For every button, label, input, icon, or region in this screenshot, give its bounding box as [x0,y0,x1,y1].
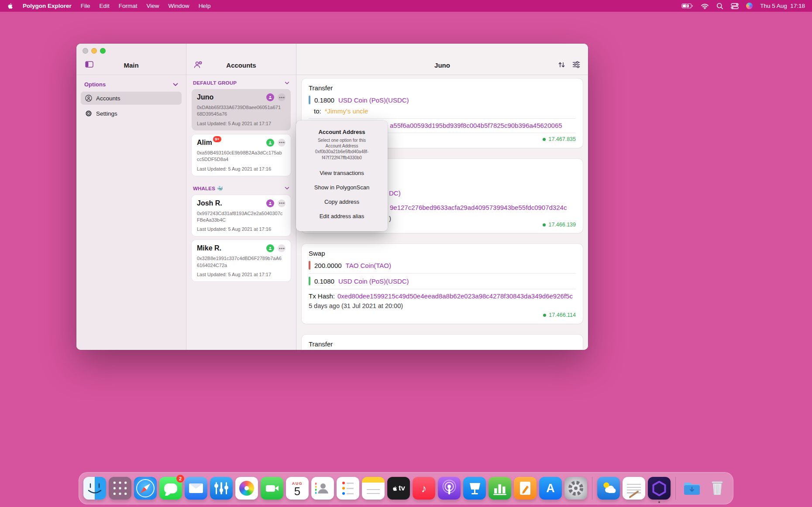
account-card-josh[interactable]: Josh R. 0x997243Cd31af8193AC2e2a5040307c… [192,195,291,236]
zoom-button[interactable] [100,48,106,54]
amount-value: 200.0000 [314,262,342,269]
dock-textedit-icon[interactable] [623,477,645,500]
popup-option-edit-address-alias[interactable]: Edit address alias [296,209,388,223]
more-options-icon[interactable] [278,244,286,252]
account-name: Alim [197,139,212,147]
token-link[interactable]: USD Coin (PoS)(USDC) [338,277,409,285]
dock-contacts-icon[interactable] [311,477,334,500]
sidebar-item-settings[interactable]: Settings [81,107,182,120]
dock-calendar-icon[interactable]: AUG 5 [286,477,309,500]
menu-edit[interactable]: Edit [100,3,110,9]
popup-description-line: f47f722f47ffb4330b0 [296,155,388,161]
green-avatar-icon[interactable] [266,244,274,252]
chevron-down-icon [285,82,289,85]
battery-icon[interactable] [681,3,693,9]
dock-facetime-icon[interactable] [261,477,283,500]
dock-safari-icon[interactable] [134,477,157,500]
tv-glyph: tv [399,484,405,493]
dock-podcasts-icon[interactable] [438,477,461,500]
group-header-whales[interactable]: WHALES 🐳 [192,181,291,195]
app-window: Main Options Accounts Settings [76,44,588,350]
dock-apple-tv-icon[interactable]: tv [387,477,410,500]
siri-icon[interactable] [746,3,753,9]
menubar-clock[interactable]: Thu 5 Aug 17:18 [760,3,805,9]
group-header-default[interactable]: DEFAULT GROUP [192,76,291,89]
sidebar-title: Main [76,62,186,69]
app-menu-title[interactable]: Polygon Explorer [23,3,72,9]
divider [309,118,576,119]
account-updated: Last Updated: 5 Aug 2021 at 17:16 [197,226,286,232]
block-status-dot [543,314,546,317]
filter-icon[interactable] [572,61,580,68]
menu-window[interactable]: Window [169,3,189,9]
more-options-icon[interactable] [278,199,286,207]
dock-launchpad-icon[interactable] [109,477,131,500]
token-link[interactable]: USD Coin (PoS)(USDC) [338,96,409,104]
dock-system-settings-icon[interactable] [564,477,587,500]
account-updated: Last Updated: 5 Aug 2021 at 17:16 [197,166,286,171]
menu-help[interactable]: Help [199,3,211,9]
dock-messages-icon[interactable]: 2 [159,477,182,500]
recipient-alias-link[interactable]: *Jimmy's uncle [325,107,368,115]
messages-badge: 2 [176,475,184,483]
block-number: 17.467.835 [548,136,576,142]
apple-menu-icon[interactable] [7,2,14,10]
purple-avatar-icon[interactable] [266,93,274,101]
close-button[interactable] [83,48,88,54]
accounts-pane: Accounts DEFAULT GROUP Juno [186,44,296,350]
tx-hash-link[interactable]: 9e127c276bed9633acfa29ad4095739943be55fd… [390,204,567,211]
green-avatar-icon[interactable] [266,139,274,147]
options-label: Options [84,81,106,88]
dock-separator [592,477,592,500]
accounts-title: Accounts [186,62,296,69]
sort-icon[interactable] [558,61,565,69]
tx-hash-link[interactable]: 0xed80dee1599215c49d50e4eead8a8b62e023a9… [337,292,573,300]
dock-notes-icon[interactable] [362,477,385,500]
account-address: 0x997243Cd31af8193AC2e2a5040307cFBeAa33b… [197,210,283,224]
purple-avatar-icon[interactable] [266,199,274,207]
account-address: 0x32B8e1991c337c4dBD6F2789b7aA66164024C7… [197,255,283,269]
account-card-alim[interactable]: Alim9+ 0xa59B493160cE9b98B2Aa3dCc175abcc… [192,134,291,176]
calendar-day: 5 [294,486,300,497]
account-card-juno[interactable]: Juno 0xDAbb65f333A6739D8aee06051a67168D3… [192,89,291,130]
options-section-header[interactable]: Options [81,81,182,92]
more-options-icon[interactable] [278,139,286,147]
popup-option-show-in-polygonscan[interactable]: Show in PolygonScan [296,180,388,195]
token-link[interactable]: DC) [389,189,401,197]
control-center-icon[interactable] [731,3,739,9]
accounts-header: Accounts [186,44,296,75]
dock-downloads-icon[interactable] [681,477,703,500]
dock-music-icon[interactable]: ♪ [413,477,435,500]
popup-option-copy-address[interactable]: Copy address [296,195,388,209]
to-label: to: [314,107,321,115]
music-note-glyph: ♪ [421,482,427,495]
chevron-down-icon [285,187,289,190]
wifi-icon[interactable] [701,3,709,9]
dock-separator [675,477,676,500]
dock-polygon-explorer-icon[interactable] [648,477,671,500]
spotlight-search-icon[interactable] [716,3,723,10]
dock-weather-icon[interactable] [597,477,620,500]
dock-reminders-icon[interactable] [337,477,359,500]
menu-view[interactable]: View [147,3,159,9]
dock-pages-icon[interactable] [514,477,537,500]
dock-equalizer-icon[interactable] [210,477,233,500]
popup-option-view-transactions[interactable]: View transactions [296,166,388,180]
window-controls [83,48,106,54]
dock-keynote-icon[interactable] [463,477,486,500]
more-options-icon[interactable] [278,93,286,101]
account-card-mike[interactable]: Mike R. 0x32B8e1991c337c4dBD6F2789b7aA66… [192,240,291,281]
dock-finder-icon[interactable] [83,477,106,500]
minimize-button[interactable] [91,48,97,54]
dock: 2 AUG 5 tv ♪ A [79,472,733,504]
dock-photos-icon[interactable] [235,477,258,500]
dock-trash-icon[interactable] [706,477,729,500]
dock-mail-icon[interactable] [185,477,207,500]
dock-app-store-icon[interactable]: A [539,477,562,500]
menu-format[interactable]: Format [119,3,138,9]
sidebar-item-accounts[interactable]: Accounts [81,92,182,105]
dock-numbers-icon[interactable] [489,477,511,500]
token-link[interactable]: TAO Coin(TAO) [346,262,391,269]
account-address: 0xDAbb65f333A6739D8aee06051a67168D39545a… [197,104,283,118]
menu-file[interactable]: File [81,3,90,9]
